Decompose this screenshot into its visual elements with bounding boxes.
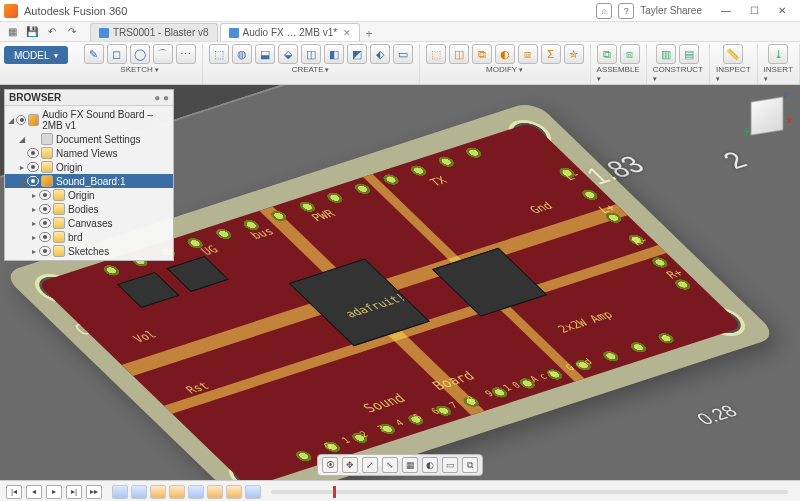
visibility-icon[interactable] xyxy=(39,232,51,242)
browser-panel[interactable]: BROWSER ● ● ◢Audio FX Sound Board – 2MB … xyxy=(4,89,174,261)
ribbon-icon[interactable]: ◩ xyxy=(347,44,367,64)
ribbon-icon[interactable]: ◐ xyxy=(495,44,515,64)
window-minimize-button[interactable]: — xyxy=(712,1,740,21)
navbar-button[interactable]: ▦ xyxy=(402,457,418,473)
ribbon-icon[interactable]: ✎ xyxy=(84,44,104,64)
home-icon[interactable]: ⌂ xyxy=(596,3,612,19)
twist-icon[interactable]: ◢ xyxy=(17,177,27,186)
browser-node[interactable]: ▸Bodies xyxy=(5,202,173,216)
ribbon-icon[interactable]: ◍ xyxy=(232,44,252,64)
twist-icon[interactable]: ▸ xyxy=(17,163,27,172)
ribbon-icon[interactable]: ⬖ xyxy=(370,44,390,64)
ribbon-group-label[interactable]: ASSEMBLE xyxy=(597,65,640,83)
browser-node[interactable]: Named Views xyxy=(5,146,173,160)
ribbon-icon[interactable]: ▤ xyxy=(679,44,699,64)
ribbon-group-label[interactable]: SKETCH xyxy=(120,65,158,74)
twist-icon[interactable]: ▸ xyxy=(29,233,39,242)
ribbon-icon[interactable]: 📏 xyxy=(723,44,743,64)
ribbon-group-label[interactable]: CREATE xyxy=(292,65,330,74)
visibility-icon[interactable] xyxy=(27,148,39,158)
document-tab[interactable]: Audio FX … 2MB v1* ✕ xyxy=(220,23,360,41)
browser-node[interactable]: ▸brd xyxy=(5,230,173,244)
timeline-next-button[interactable]: ▸| xyxy=(66,485,82,499)
ribbon-icon[interactable]: ⤓ xyxy=(768,44,788,64)
ribbon-icon[interactable]: ◻ xyxy=(107,44,127,64)
ribbon-icon[interactable]: ⧇ xyxy=(620,44,640,64)
browser-node[interactable]: ▸Canvases xyxy=(5,216,173,230)
tab-close-icon[interactable]: ✕ xyxy=(343,28,351,38)
window-maximize-button[interactable]: ☐ xyxy=(740,1,768,21)
twist-icon[interactable]: ◢ xyxy=(7,116,16,125)
navbar-button[interactable]: ▭ xyxy=(442,457,458,473)
navbar-button[interactable]: ◐ xyxy=(422,457,438,473)
ribbon-group-label[interactable]: CONSTRUCT xyxy=(653,65,703,83)
ribbon-icon[interactable]: Σ xyxy=(541,44,561,64)
browser-node[interactable]: ▸Origin xyxy=(5,160,173,174)
navbar-button[interactable]: ⧉ xyxy=(462,457,478,473)
twist-icon[interactable]: ▸ xyxy=(29,191,39,200)
twist-icon[interactable]: ◢ xyxy=(17,135,27,144)
user-name[interactable]: Tayler Sharee xyxy=(640,5,702,16)
new-tab-button[interactable]: + xyxy=(362,27,376,41)
visibility-icon[interactable] xyxy=(27,162,39,172)
visibility-icon[interactable] xyxy=(16,115,27,125)
visibility-icon[interactable] xyxy=(27,176,39,186)
ribbon-icon[interactable]: ⋯ xyxy=(176,44,196,64)
timeline-feature[interactable] xyxy=(150,485,166,499)
timeline-feature[interactable] xyxy=(245,485,261,499)
timeline-feature[interactable] xyxy=(131,485,147,499)
undo-button[interactable]: ↶ xyxy=(44,24,60,40)
timeline-feature[interactable] xyxy=(112,485,128,499)
ribbon-icon[interactable]: ◫ xyxy=(301,44,321,64)
ribbon-icon[interactable]: ▭ xyxy=(393,44,413,64)
timeline-playhead[interactable] xyxy=(333,486,336,498)
browser-node[interactable]: ◢Document Settings xyxy=(5,132,173,146)
ribbon-icon[interactable]: ⧉ xyxy=(597,44,617,64)
timeline-feature[interactable] xyxy=(169,485,185,499)
visibility-icon[interactable] xyxy=(39,246,51,256)
twist-icon[interactable]: ▸ xyxy=(29,205,39,214)
twist-icon[interactable]: ▸ xyxy=(29,247,39,256)
ribbon-icon[interactable]: ◧ xyxy=(324,44,344,64)
ribbon-group-label[interactable]: MODIFY xyxy=(486,65,523,74)
ribbon-icon[interactable]: ⬙ xyxy=(278,44,298,64)
redo-button[interactable]: ↷ xyxy=(64,24,80,40)
browser-node[interactable]: ▸Origin xyxy=(5,188,173,202)
ribbon-icon[interactable]: ◯ xyxy=(130,44,150,64)
ribbon-group-label[interactable]: INSERT xyxy=(764,65,793,83)
twist-icon[interactable]: ▸ xyxy=(29,219,39,228)
browser-header[interactable]: BROWSER ● ● xyxy=(5,90,173,106)
browser-node[interactable]: ▸Sketches xyxy=(5,244,173,258)
ribbon-icon[interactable]: ▥ xyxy=(656,44,676,64)
ribbon-icon[interactable]: ⌒ xyxy=(153,44,173,64)
navbar-button[interactable]: ⤡ xyxy=(382,457,398,473)
help-icon[interactable]: ? xyxy=(618,3,634,19)
save-button[interactable]: 💾 xyxy=(24,24,40,40)
timeline-play-button[interactable]: ▸ xyxy=(46,485,62,499)
timeline-prev-button[interactable]: ◂ xyxy=(26,485,42,499)
navbar-button[interactable]: ⦿ xyxy=(322,457,338,473)
timeline-first-button[interactable]: |◂ xyxy=(6,485,22,499)
timeline-feature[interactable] xyxy=(188,485,204,499)
visibility-icon[interactable] xyxy=(39,190,51,200)
ribbon-icon[interactable]: ⬓ xyxy=(255,44,275,64)
visibility-icon[interactable] xyxy=(39,218,51,228)
viewport[interactable]: 0.73 0.1 1.83 2 0.28 adafruit! Sound xyxy=(0,85,800,480)
ribbon-group-label[interactable]: INSPECT xyxy=(716,65,751,83)
timeline-feature[interactable] xyxy=(207,485,223,499)
window-close-button[interactable]: ✕ xyxy=(768,1,796,21)
data-panel-button[interactable]: ▦ xyxy=(4,24,20,40)
ribbon-icon[interactable]: ⧉ xyxy=(472,44,492,64)
ribbon-icon[interactable]: ⬚ xyxy=(209,44,229,64)
document-tab[interactable]: TRS0001 - Blaster v8 xyxy=(90,23,218,41)
navbar-button[interactable]: ✥ xyxy=(342,457,358,473)
browser-node[interactable]: ◢Sound_Board:1 xyxy=(5,174,173,188)
visibility-icon[interactable] xyxy=(39,204,51,214)
view-cube[interactable]: Z X Y xyxy=(744,93,790,139)
ribbon-icon[interactable]: ⬚ xyxy=(426,44,446,64)
timeline-track[interactable] xyxy=(271,490,788,494)
browser-node[interactable]: ◢Audio FX Sound Board – 2MB v1 xyxy=(5,108,173,132)
ribbon-icon[interactable]: ✮ xyxy=(564,44,584,64)
ribbon-icon[interactable]: ◫ xyxy=(449,44,469,64)
timeline-feature[interactable] xyxy=(226,485,242,499)
